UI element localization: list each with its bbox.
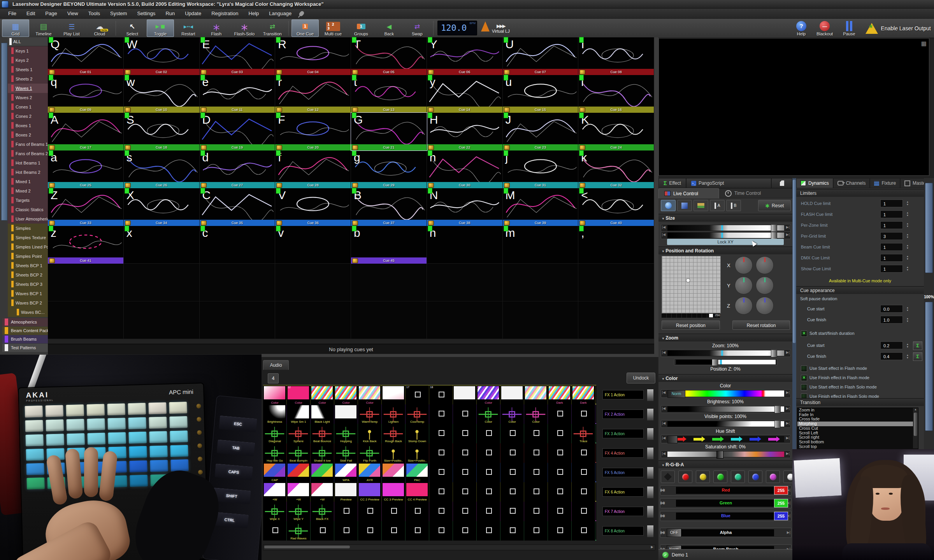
cue-cell-empty[interactable] [351, 264, 427, 301]
fx-color[interactable]: 12Color [287, 385, 311, 405]
fx-checkbox[interactable] [367, 508, 373, 514]
sidebar-item-sheets-1[interactable]: Sheets 1 [8, 65, 48, 74]
fx-hopping[interactable]: Hopping [334, 424, 358, 443]
cue-cell-empty[interactable] [503, 264, 579, 301]
spinner[interactable]: ▲▼ [904, 210, 911, 218]
cue-cell-cue-22[interactable]: HCue 22 [427, 113, 503, 150]
fx-cell-empty[interactable] [358, 502, 382, 521]
fx-checkbox[interactable] [439, 488, 444, 494]
fx-checkbox[interactable] [462, 411, 468, 416]
cue-cell-cue-41[interactable]: zCue 41 [48, 226, 124, 264]
fx-dark[interactable]: 24Dark [572, 385, 595, 405]
fx-cell-empty[interactable] [429, 482, 453, 502]
size-y-slider[interactable]: |◀▶| [661, 231, 791, 239]
fx-checkbox[interactable] [439, 527, 444, 533]
toolbar-play-list[interactable]: Play List [58, 19, 85, 37]
fx-checkbox[interactable] [534, 469, 539, 475]
rotation-knob-y2[interactable] [756, 276, 774, 294]
cue-cell-cue-01[interactable]: QCue 01 [48, 37, 124, 75]
cue-cell-cue-04[interactable]: RCue 04 [275, 37, 351, 75]
cue-cell-cue-38[interactable]: NCue 38 [427, 188, 503, 226]
sidebar-item-fans-of-beams-2[interactable]: Fans of Beams 2 [8, 149, 48, 158]
fx-checkbox[interactable] [344, 527, 349, 533]
fx-cell-empty[interactable] [429, 502, 453, 521]
fx-size-positio-[interactable]: Size+Positio.. [406, 443, 429, 463]
fx-cell-empty[interactable] [477, 443, 500, 463]
fx-cell-empty[interactable] [548, 424, 572, 443]
sidebar-pack-brush-beams[interactable]: Brush Beams [2, 335, 48, 343]
cue-cell-cue-13[interactable]: tCue 13 [351, 75, 427, 113]
checkbox[interactable] [801, 366, 807, 372]
sidebar-item-waves-1[interactable]: Waves 1 [8, 84, 48, 93]
cue-cell-cue-21[interactable]: GCue 21 [351, 113, 427, 150]
virtual-lj-button[interactable]: ▶▶▶Virtual LJ [492, 19, 510, 38]
cue-cell-cue-15[interactable]: uCue 15 [503, 75, 579, 113]
fx-black-light[interactable]: Black Light [311, 404, 334, 424]
fx-lighten[interactable]: Lighten [382, 404, 406, 424]
fx-action-handle[interactable] [647, 447, 654, 460]
fx-cell-empty[interactable]: 17 [406, 385, 429, 405]
fx-cell-empty[interactable] [334, 521, 358, 541]
position-pad[interactable] [662, 256, 721, 313]
transition-scrollbar[interactable]: ▲ [913, 408, 918, 448]
cue-cell-cue-28[interactable]: fCue 28 [275, 150, 351, 188]
fx-cell-empty[interactable] [572, 521, 595, 541]
fx-checkbox[interactable] [510, 469, 516, 475]
fx--w[interactable]: +W [311, 482, 334, 502]
fx-checkbox[interactable] [557, 527, 563, 533]
fx-cell-empty[interactable] [500, 463, 524, 482]
fx-pac[interactable]: PAC [406, 463, 429, 482]
cue-cell-cue-45[interactable]: bCue 45 [351, 226, 427, 264]
alpha-slider[interactable]: |◀▶||◀▶|AlphaOFF [660, 528, 792, 538]
fx-cc-2-preview[interactable]: CC 2 Preview [358, 482, 382, 502]
mode-live-button[interactable] [661, 200, 676, 211]
sidebar-item-sheets-2[interactable]: Sheets 2 [8, 74, 48, 84]
fx-action-handle[interactable] [647, 389, 654, 401]
cue-cell-cue-35[interactable]: CCue 35 [200, 188, 276, 226]
sidebar-pack-beam-content-pack[interactable]: Beam Content Pack [2, 327, 48, 335]
fx-checkbox[interactable] [415, 392, 421, 397]
blue-slider[interactable]: |◀▶||◀▶|Blue255 [660, 511, 792, 521]
fx-black-fx[interactable]: Black FX [311, 502, 334, 521]
fx-cell-empty[interactable] [477, 482, 500, 502]
cue-cell-cue-16[interactable]: iCue 16 [578, 75, 654, 113]
fx-preview[interactable]: Preview [334, 482, 358, 502]
fx-action-slider-7[interactable]: FX 7 Action [600, 506, 657, 517]
fx-beat-bumpin[interactable]: Beat Bumpin [287, 443, 311, 463]
toolbar-transition[interactable]: Transition [259, 19, 286, 37]
fx-cell-empty[interactable] [548, 482, 572, 502]
menu-update[interactable]: Update [180, 9, 206, 18]
fx-cell-empty[interactable] [524, 502, 548, 521]
green-slider[interactable]: |◀▶||◀▶|Green255 [660, 498, 792, 508]
fx-checkbox[interactable] [272, 527, 278, 533]
sigma-effect-button[interactable]: Σ [913, 341, 922, 350]
fx-warmtemp[interactable]: WarmTemp [358, 404, 382, 424]
sidebar-item-hot-beams-2[interactable]: Hot Beams 2 [8, 168, 48, 177]
alpha-mode-button[interactable]: OFF [667, 528, 681, 537]
cue-cell-cue-24[interactable]: KCue 24 [578, 113, 654, 150]
fx-color[interactable]: 15Color [358, 385, 382, 405]
sidebar-item-waves-bcp-2[interactable]: Waves BCP 2 [8, 298, 48, 308]
sidebar-item-user-atmospherics[interactable]: User Atmospherics [8, 214, 48, 224]
sidebar-item-all[interactable]: ALL [8, 37, 48, 46]
fx-cell-empty[interactable] [429, 404, 453, 424]
cue-cell-cue-31[interactable]: jCue 31 [503, 150, 579, 188]
cue-cell-empty[interactable] [275, 301, 351, 339]
fx-checkbox[interactable] [581, 411, 587, 416]
fx-cell-empty[interactable] [453, 521, 477, 541]
fx-cell-empty[interactable] [453, 443, 477, 463]
fx-cell-empty[interactable] [382, 463, 406, 482]
menu-system[interactable]: System [105, 9, 132, 18]
fx-checkbox[interactable] [439, 411, 444, 416]
fx-color[interactable]: 11Color [263, 385, 287, 405]
sidebar-item-simples-texture[interactable]: Simples Texture [8, 233, 48, 242]
tab-live-control[interactable]: Live Control [658, 188, 719, 198]
cue-cell-cue-11[interactable]: eCue 11 [200, 75, 276, 113]
fx-cell-empty[interactable] [572, 443, 595, 463]
fx-cell-empty[interactable] [572, 404, 595, 424]
fx-action-slider-8[interactable]: FX 8 Action [600, 525, 657, 537]
fx-action-slider-5[interactable]: FX 5 Action [600, 467, 657, 478]
fx-cell-empty[interactable] [453, 404, 477, 424]
fx-checkbox[interactable] [557, 469, 563, 475]
value-input[interactable]: 0.4 [880, 352, 903, 360]
